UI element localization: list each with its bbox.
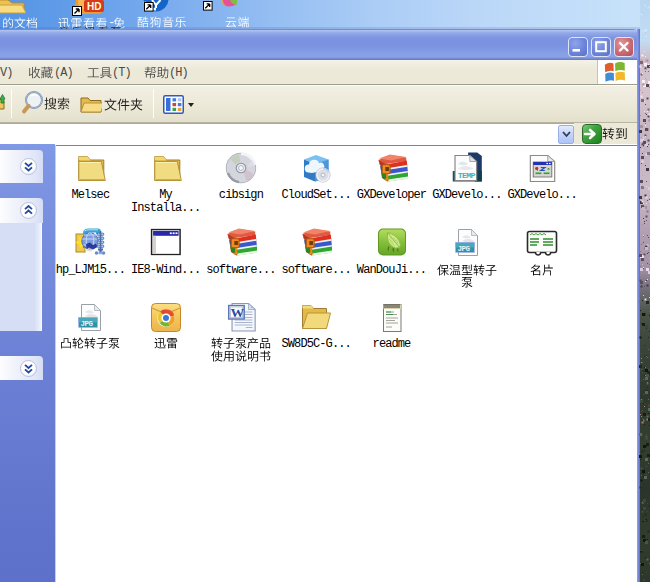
svg-text:HD: HD	[87, 1, 101, 12]
